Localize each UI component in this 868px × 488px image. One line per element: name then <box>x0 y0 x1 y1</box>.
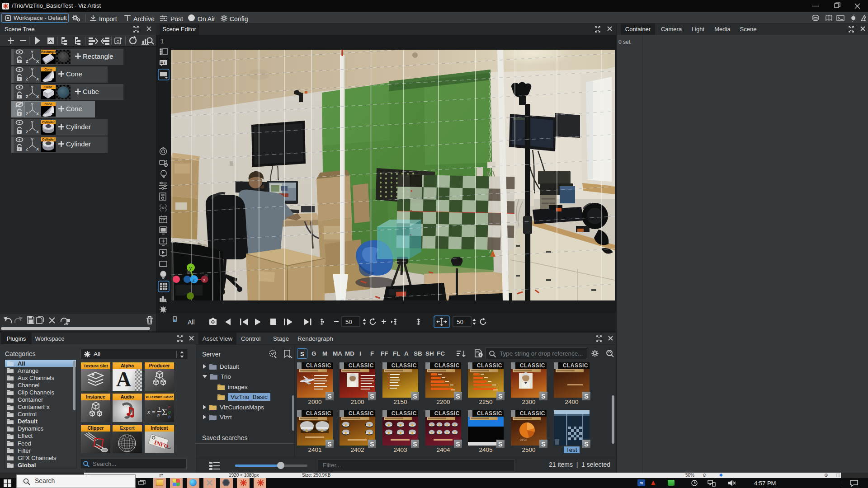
svg-text:G: G <box>117 39 120 44</box>
svg-text:x: x <box>203 277 206 282</box>
svg-text:i: i <box>164 61 165 65</box>
svg-text:y: y <box>189 265 192 271</box>
svg-text:2: 2 <box>321 428 323 433</box>
svg-text:n: n <box>157 413 160 418</box>
svg-text:50: 50 <box>345 319 352 325</box>
svg-text:1: 1 <box>158 406 160 411</box>
svg-text:x̄ =: x̄ = <box>147 408 156 415</box>
svg-text:Σ: Σ <box>162 407 167 417</box>
svg-text:50: 50 <box>457 319 463 325</box>
svg-text:O1 O2: O1 O2 <box>520 438 527 441</box>
svg-text:All: All <box>188 319 195 326</box>
svg-text:1: 1 <box>306 428 308 433</box>
svg-text:b: b <box>168 414 171 419</box>
svg-text:i: i <box>480 353 481 357</box>
svg-text:z: z <box>193 277 195 282</box>
